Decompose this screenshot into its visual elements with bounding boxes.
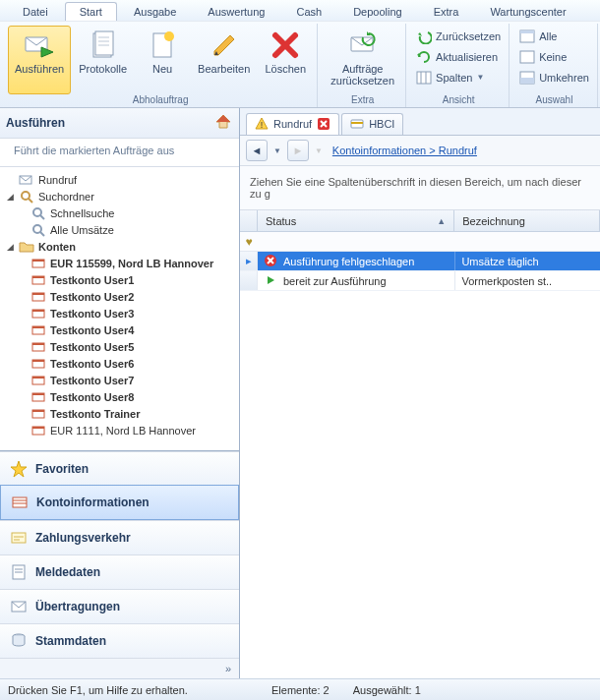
nav-zahlungsverkehr[interactable]: Zahlungsverkehr (0, 520, 239, 554)
ausfuehren-button[interactable]: Ausführen (8, 26, 71, 94)
nav-panel: Ausführen Führt die markierten Aufträge … (0, 108, 240, 678)
account-icon (30, 322, 46, 338)
auftraege-zuruecksetzen-button[interactable]: Aufträge zurücksetzen (324, 26, 401, 94)
menu-wartungscenter[interactable]: Wartungscenter (475, 2, 580, 21)
svg-rect-48 (32, 310, 44, 312)
tree-account[interactable]: Testkonto Trainer (0, 405, 239, 422)
menu-depooling[interactable]: Depooling (338, 2, 417, 21)
svg-line-40 (40, 232, 44, 236)
protokolle-button[interactable]: Protokolle (72, 26, 134, 94)
tab-hbci[interactable]: HBCI (341, 113, 403, 135)
grid-row[interactable]: bereit zur AusführungVormerkposten st.. (240, 271, 600, 291)
columns-icon (416, 70, 432, 86)
svg-marker-85 (268, 276, 274, 284)
search-folder-icon (19, 189, 34, 204)
nav-kontoinformationen[interactable]: Kontoinformationen (0, 485, 239, 520)
breadcrumb-link[interactable]: Kontoinformationen > Rundruf (332, 145, 477, 156)
warning-icon: ! (255, 117, 269, 131)
tab-rundruf[interactable]: ! Rundruf (246, 113, 339, 135)
account-icon (30, 256, 46, 271)
tree-suchordner[interactable]: ◢ Suchordner (0, 188, 239, 204)
tree-alle-umsaetze[interactable]: Alle Umsätze (0, 221, 239, 238)
tree-account[interactable]: Testkonto User6 (0, 355, 239, 372)
svg-rect-58 (32, 393, 44, 395)
expander-icon[interactable]: ◢ (6, 242, 15, 251)
select-all-icon (519, 29, 535, 44)
loeschen-button[interactable]: Löschen (258, 26, 313, 94)
ribbon-group-auswahl: Alle Keine Umkehren Auswahl (511, 24, 598, 107)
menu-datei[interactable]: Datei (8, 2, 63, 21)
nav-favoriten[interactable]: Favoriten (0, 451, 239, 486)
menu-extra[interactable]: Extra (419, 2, 474, 21)
tree-konten[interactable]: ◢ Konten (0, 238, 239, 255)
tree-schnellsuche[interactable]: Schnellsuche (0, 204, 239, 221)
payments-icon (10, 529, 28, 547)
menu-auswertung[interactable]: Auswertung (193, 2, 279, 21)
account-icon (30, 356, 46, 372)
alle-button[interactable]: Alle (515, 26, 593, 46)
tree-account[interactable]: Testkonto User5 (0, 338, 239, 355)
spalten-button[interactable]: Spalten ▼ (412, 67, 505, 88)
account-icon (30, 339, 46, 355)
tab-close-button[interactable] (317, 117, 330, 131)
keine-button[interactable]: Keine (515, 46, 593, 67)
account-icon (30, 306, 46, 321)
report-icon (10, 563, 28, 581)
filter-row[interactable]: ♥ (240, 232, 600, 252)
svg-marker-33 (216, 115, 230, 122)
tree-account[interactable]: Testkonto User2 (0, 288, 239, 305)
menu-ausgabe[interactable]: Ausgabe (119, 2, 191, 21)
search-icon (30, 222, 46, 238)
group-hint[interactable]: Ziehen Sie eine Spaltenüberschrift in di… (240, 166, 600, 210)
svg-rect-24 (520, 78, 534, 84)
tree-account[interactable]: EUR 1111, Nord LB Hannover (0, 422, 239, 438)
aktualisieren-button[interactable]: Aktualisieren (412, 46, 505, 67)
tree-rundruf[interactable]: Rundruf (0, 171, 239, 188)
svg-rect-56 (32, 377, 44, 379)
nav-back-button[interactable]: ◄ (246, 140, 268, 161)
menu-cash[interactable]: Cash (281, 2, 336, 21)
tree-account[interactable]: Testkonto User1 (0, 271, 239, 288)
grid-row[interactable]: ▸Ausführung fehlgeschlagenUmsätze täglic… (240, 252, 600, 271)
back-split-icon[interactable]: ▼ (271, 146, 283, 155)
account-icon (30, 423, 46, 438)
col-status[interactable]: Status ▲ (258, 210, 454, 231)
umkehren-button[interactable]: Umkehren (515, 67, 593, 88)
status-elemente: Elemente: 2 (271, 684, 330, 696)
nav-meldedaten[interactable]: Meldedaten (0, 554, 239, 589)
menu-start[interactable]: Start (65, 2, 117, 21)
svg-rect-21 (520, 30, 534, 33)
account-icon (30, 406, 46, 422)
nav-uebertragungen[interactable]: Übertragungen (0, 589, 239, 623)
svg-point-8 (164, 31, 174, 41)
col-bezeichnung[interactable]: Bezeichnung (454, 210, 600, 231)
svg-point-37 (33, 208, 41, 216)
folder-mail-icon (19, 172, 34, 188)
tree-account[interactable]: Testkonto User8 (0, 388, 239, 405)
dropdown-arrow-icon: ▼ (476, 73, 484, 82)
zuruecksetzen-button[interactable]: Zurücksetzen (412, 26, 505, 46)
tree-account[interactable]: Testkonto User7 (0, 372, 239, 388)
database-icon (10, 632, 28, 650)
tree-account[interactable]: Testkonto User4 (0, 321, 239, 338)
account-info-icon (11, 494, 29, 511)
grid-indicator-col (240, 210, 258, 231)
row-bezeichnung: Umsätze täglich (461, 256, 538, 267)
bearbeiten-button[interactable]: Bearbeiten (191, 26, 257, 94)
new-icon (147, 29, 178, 61)
expander-icon[interactable]: ◢ (6, 192, 15, 201)
nav-tree: Rundruf ◢ Suchordner Schnellsuche Alle U… (0, 167, 239, 450)
status-bar: Drücken Sie F1, um Hilfe zu erhalten. El… (0, 678, 600, 700)
tree-account[interactable]: Testkonto User3 (0, 305, 239, 321)
nav-forward-button[interactable]: ► (287, 140, 309, 161)
neu-button[interactable]: Neu (135, 26, 190, 94)
invert-select-icon (519, 70, 535, 86)
filter-icon[interactable]: ♥ (240, 232, 258, 251)
home-icon[interactable] (213, 112, 233, 134)
envelope-icon (10, 598, 28, 615)
svg-rect-81 (351, 122, 363, 124)
nav-collapse-button[interactable]: » (0, 658, 239, 678)
nav-stammdaten[interactable]: Stammdaten (0, 623, 239, 658)
tree-account[interactable]: EUR 115599, Nord LB Hannover (0, 255, 239, 271)
status-ausgewaehlt: Ausgewählt: 1 (353, 684, 421, 696)
